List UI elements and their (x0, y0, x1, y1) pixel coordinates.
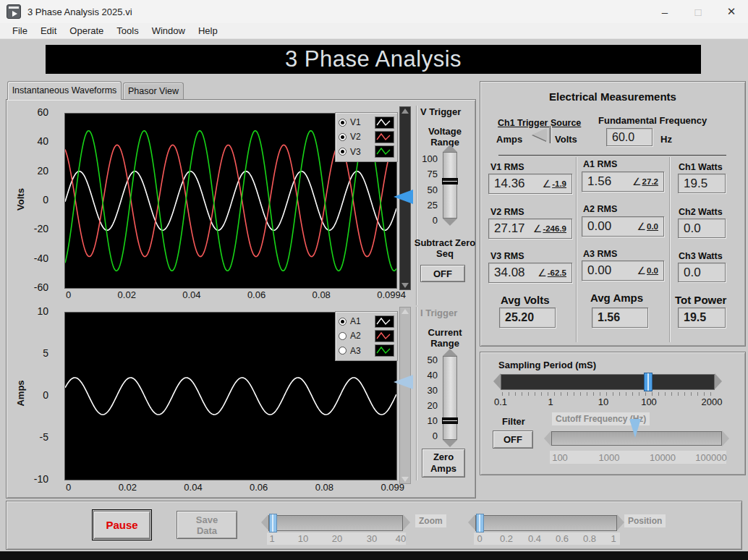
scroll-up-icon[interactable] (401, 109, 409, 114)
tick-label: 40 (428, 370, 438, 381)
angle-readout: -1.9 (552, 179, 566, 188)
scroll-down-icon[interactable] (401, 477, 409, 482)
tick-label: 10 (428, 415, 438, 426)
menu-help[interactable]: Help (192, 24, 224, 38)
scroll-down-icon[interactable] (401, 283, 409, 288)
legend-label: A2 (350, 331, 366, 341)
close-button[interactable]: ✕ (715, 0, 748, 23)
legend-row[interactable]: A2 (339, 328, 394, 343)
amps-scrollbar[interactable] (399, 307, 411, 484)
frequency-readout: 60.0 (612, 131, 634, 144)
sampling-panel: Sampling Period (mS) 0.1 1 10 100 2000 F… (480, 352, 746, 475)
tick-marks (502, 392, 715, 396)
tab-instantaneous-waveforms[interactable]: Instantaneous Waveforms (7, 81, 122, 100)
legend-row[interactable]: V3 (339, 145, 394, 159)
legend-label: V1 (350, 117, 366, 127)
legend-row[interactable]: A3 (339, 344, 394, 358)
volts-legend[interactable]: V1V2V3 (335, 112, 398, 162)
legend-radio-v2[interactable] (339, 133, 347, 141)
slider-right-arrow-icon[interactable] (403, 514, 410, 530)
zero-amps-button[interactable]: Zero Amps (422, 449, 465, 478)
legend-row[interactable]: V2 (339, 130, 394, 144)
legend-row[interactable]: A1 (339, 314, 394, 328)
menu-edit[interactable]: Edit (34, 24, 63, 38)
a3-rms-label: A3 RMS (583, 249, 617, 259)
minimize-button[interactable]: – (648, 0, 681, 23)
legend-label: A1 (350, 316, 366, 326)
ch1-trigger-source-label: Ch1 Trigger Source (498, 118, 581, 128)
legend-radio-v1[interactable] (339, 119, 347, 127)
plot-style-swatch[interactable] (375, 330, 394, 342)
ch3-watts-value: 0.0 (678, 263, 726, 282)
v1-rms-value: 14.36 ∠-1.9 (488, 174, 572, 194)
menu-tools[interactable]: Tools (110, 24, 145, 38)
angle-readout: 27.2 (642, 177, 658, 186)
legend-radio-a3[interactable] (339, 347, 347, 355)
plot-style-swatch[interactable] (375, 116, 394, 129)
voltage-range-handle[interactable] (442, 178, 458, 184)
plot-style-swatch[interactable] (375, 131, 394, 143)
trigger-source-switch-slot (549, 126, 551, 143)
slider-left-arrow-icon[interactable] (493, 373, 501, 389)
plot-style-swatch[interactable] (375, 315, 394, 328)
voltage-range-slider[interactable] (442, 145, 458, 226)
tick-label: -60 (34, 281, 48, 293)
amps-legend[interactable]: A1A2A3 (335, 311, 398, 361)
filter-button[interactable]: OFF (493, 430, 533, 449)
menu-operate[interactable]: Operate (63, 24, 110, 38)
sampling-period-handle[interactable] (644, 373, 653, 391)
sampling-period-slider[interactable] (501, 374, 715, 390)
slider-left-arrow-icon (544, 430, 551, 446)
zoom-slider[interactable] (268, 515, 403, 531)
tick-label: 0 (433, 430, 438, 441)
pause-button[interactable]: Pause (93, 511, 150, 539)
angle-icon: ∠ (632, 176, 642, 187)
zoom-handle[interactable] (269, 514, 277, 533)
tick-label: -5 (40, 431, 48, 443)
legend-radio-v3[interactable] (339, 148, 347, 156)
v3-rms-value: 34.08 ∠-62.5 (488, 263, 572, 283)
tick-label: 40 (37, 135, 48, 147)
tick-label: 5 (43, 347, 48, 359)
slider-right-arrow-icon[interactable] (617, 514, 624, 530)
fundamental-frequency-value[interactable]: 60.0 (606, 128, 653, 146)
v2-rms-value: 27.17 ∠-246.9 (488, 219, 572, 239)
slider-left-arrow-icon[interactable] (261, 514, 268, 530)
subtract-zero-seq-button[interactable]: OFF (420, 265, 465, 282)
slider-down-arrow-icon[interactable] (443, 219, 457, 226)
footer-bar: Pause Save Data 1 10 20 30 40 Zoom (6, 501, 742, 550)
scroll-up-icon[interactable] (401, 309, 409, 314)
tick-label: 20 (428, 400, 438, 411)
sampling-period-scale: 0.1 1 10 100 2000 (480, 396, 747, 408)
zoom-label: Zoom (415, 514, 446, 527)
slider-down-arrow-icon[interactable] (443, 440, 457, 447)
menu-file[interactable]: File (6, 24, 34, 38)
ch3-watts-label: Ch3 Watts (679, 251, 723, 261)
menu-window[interactable]: Window (145, 24, 192, 38)
slider-left-arrow-icon[interactable] (468, 514, 475, 530)
current-range-slider[interactable] (442, 349, 458, 447)
plot-style-swatch[interactable] (375, 344, 394, 357)
slider-up-arrow-icon[interactable] (443, 349, 457, 356)
window-title: 3 Phase Analysis 2025.vi (27, 7, 132, 17)
current-range-handle[interactable] (442, 417, 458, 424)
angle-icon: ∠ (537, 267, 547, 279)
i-trigger-level-cursor[interactable] (394, 375, 413, 389)
position-slider[interactable] (475, 515, 617, 531)
trigger-source-switch[interactable] (532, 128, 547, 141)
plot-style-swatch[interactable] (375, 145, 394, 158)
position-handle[interactable] (476, 514, 484, 533)
tab-phasor-view[interactable]: Phasor View (123, 82, 184, 100)
v-trigger-level-cursor[interactable] (394, 190, 413, 204)
legend-radio-a1[interactable] (339, 318, 347, 326)
position-scale: 0 0.2 0.4 0.6 0.8 1 (474, 533, 620, 545)
tick-label: 0.02 (119, 482, 137, 493)
a2-rms-label: A2 RMS (583, 204, 617, 214)
slider-up-arrow-icon[interactable] (443, 145, 457, 152)
legend-radio-a2[interactable] (339, 332, 347, 340)
a2-rms-value: 0.00 ∠0.0 (582, 216, 664, 237)
fundamental-frequency-label: Fundamental Frequency (598, 115, 707, 126)
tick-label: 0.04 (184, 482, 202, 493)
slider-right-arrow-icon[interactable] (715, 373, 722, 389)
legend-row[interactable]: V1 (339, 115, 394, 130)
